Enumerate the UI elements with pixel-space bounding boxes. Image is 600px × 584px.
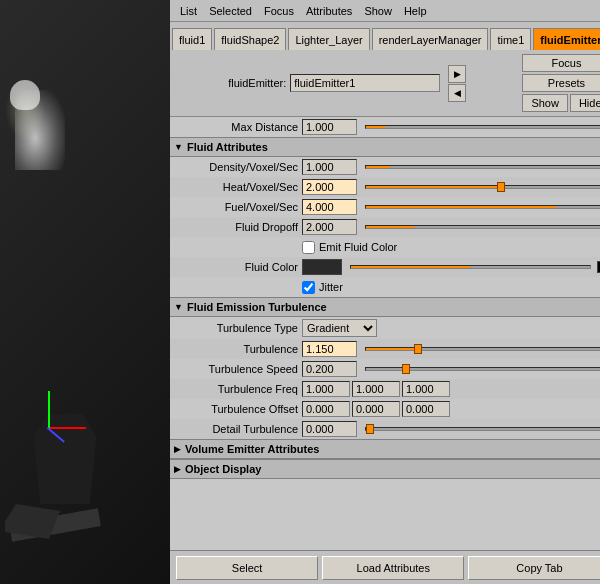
- turbulence-speed-input[interactable]: [302, 361, 357, 377]
- fluid-dropoff-input[interactable]: [302, 219, 357, 235]
- menu-focus[interactable]: Focus: [258, 3, 300, 19]
- tab-renderlayermanager[interactable]: renderLayerManager: [372, 28, 489, 50]
- fluid-color-label: Fluid Color: [178, 261, 298, 273]
- turbulence-offset-y[interactable]: [352, 401, 400, 417]
- node-icon-up[interactable]: ▶: [448, 65, 466, 83]
- tab-bar: fluid1 fluidShape2 Lighter_Layer renderL…: [170, 22, 600, 50]
- volume-emitter-title: Volume Emitter Attributes: [185, 443, 319, 455]
- turbulence-freq-x[interactable]: [302, 381, 350, 397]
- object-display-header[interactable]: ▶ Object Display: [170, 459, 600, 479]
- turbulence-offset-row: Turbulence Offset: [170, 399, 600, 419]
- copy-tab-button[interactable]: Copy Tab: [468, 556, 600, 580]
- turbulence-type-label: Turbulence Type: [178, 322, 298, 334]
- turbulence-speed-row: Turbulence Speed: [170, 359, 600, 379]
- turbulence-type-select[interactable]: Gradient None Perlin: [302, 319, 377, 337]
- menu-list[interactable]: List: [174, 3, 203, 19]
- menu-bar: List Selected Focus Attributes Show Help: [170, 0, 600, 22]
- node-header: fluidEmitter: ▶ ◀ Focus Presets Show Hid…: [170, 50, 600, 117]
- turbulence-title: Fluid Emission Turbulence: [187, 301, 327, 313]
- node-buttons: Focus Presets Show Hide: [522, 54, 600, 112]
- bottom-bar: Select Load Attributes Copy Tab: [170, 550, 600, 584]
- turbulence-offset-label: Turbulence Offset: [178, 403, 298, 415]
- volume-emitter-header[interactable]: ▶ Volume Emitter Attributes: [170, 439, 600, 459]
- object-display-arrow: ▶: [174, 464, 181, 474]
- focus-button[interactable]: Focus: [522, 54, 600, 72]
- object-display-title: Object Display: [185, 463, 261, 475]
- turbulence-input[interactable]: [302, 341, 357, 357]
- turbulence-row: Turbulence: [170, 339, 600, 359]
- tab-fluidemitter1[interactable]: fluidEmitter1: [533, 28, 600, 50]
- detail-turbulence-slider[interactable]: [365, 427, 600, 431]
- turbulence-freq-z[interactable]: [402, 381, 450, 397]
- turbulence-freq-inputs: [302, 381, 450, 397]
- jitter-checkbox[interactable]: [302, 281, 315, 294]
- fluid-attributes-arrow: ▼: [174, 142, 183, 152]
- emit-fluid-color-text: Emit Fluid Color: [319, 241, 397, 253]
- right-panel: List Selected Focus Attributes Show Help…: [170, 0, 600, 584]
- emit-fluid-color-checkbox[interactable]: [302, 241, 315, 254]
- menu-selected[interactable]: Selected: [203, 3, 258, 19]
- max-distance-slider[interactable]: [365, 125, 600, 129]
- turbulence-arrow: ▼: [174, 302, 183, 312]
- node-name-input[interactable]: [290, 74, 440, 92]
- tab-fluid1[interactable]: fluid1: [172, 28, 212, 50]
- detail-turbulence-input[interactable]: [302, 421, 357, 437]
- max-distance-row: Max Distance: [170, 117, 600, 137]
- tab-fluidshape2[interactable]: fluidShape2: [214, 28, 286, 50]
- select-button[interactable]: Select: [176, 556, 318, 580]
- turbulence-speed-slider[interactable]: [365, 367, 600, 371]
- fuel-slider[interactable]: [365, 205, 600, 209]
- menu-help[interactable]: Help: [398, 3, 433, 19]
- fluid-color-row: Fluid Color: [170, 257, 600, 277]
- turbulence-freq-label: Turbulence Freq: [178, 383, 298, 395]
- turbulence-offset-z[interactable]: [402, 401, 450, 417]
- fuel-input[interactable]: [302, 199, 357, 215]
- turbulence-label: Turbulence: [178, 343, 298, 355]
- max-distance-label: Max Distance: [178, 121, 298, 133]
- turbulence-slider[interactable]: [365, 347, 600, 351]
- menu-show[interactable]: Show: [358, 3, 398, 19]
- viewport-panel: [0, 0, 170, 584]
- heat-input[interactable]: [302, 179, 357, 195]
- fluid-dropoff-slider[interactable]: [365, 225, 600, 229]
- node-label: fluidEmitter:: [228, 77, 286, 89]
- volume-emitter-arrow: ▶: [174, 444, 181, 454]
- attribute-panel: fluidEmitter: ▶ ◀ Focus Presets Show Hid…: [170, 50, 600, 584]
- detail-turbulence-row: Detail Turbulence: [170, 419, 600, 439]
- turbulence-speed-label: Turbulence Speed: [178, 363, 298, 375]
- menu-attributes[interactable]: Attributes: [300, 3, 358, 19]
- fluid-color-slider[interactable]: [350, 265, 591, 269]
- fluid-emission-turbulence-header[interactable]: ▼ Fluid Emission Turbulence: [170, 297, 600, 317]
- attribute-content: Max Distance ▼ Fluid Attributes Density/…: [170, 117, 600, 550]
- density-label: Density/Voxel/Sec: [178, 161, 298, 173]
- presets-button[interactable]: Presets: [522, 74, 600, 92]
- tab-time1[interactable]: time1: [490, 28, 531, 50]
- density-row: Density/Voxel/Sec: [170, 157, 600, 177]
- load-attributes-button[interactable]: Load Attributes: [322, 556, 464, 580]
- fluid-attributes-header[interactable]: ▼ Fluid Attributes: [170, 137, 600, 157]
- density-input[interactable]: [302, 159, 357, 175]
- max-distance-input[interactable]: [302, 119, 357, 135]
- tab-lighter-layer[interactable]: Lighter_Layer: [288, 28, 369, 50]
- node-icon-down[interactable]: ◀: [448, 84, 466, 102]
- fuel-label: Fuel/Voxel/Sec: [178, 201, 298, 213]
- turbulence-offset-x[interactable]: [302, 401, 350, 417]
- fuel-row: Fuel/Voxel/Sec: [170, 197, 600, 217]
- density-slider[interactable]: [365, 165, 600, 169]
- jitter-label: Jitter: [319, 281, 343, 293]
- turbulence-freq-y[interactable]: [352, 381, 400, 397]
- turbulence-offset-inputs: [302, 401, 450, 417]
- fluid-color-small-swatch[interactable]: [597, 261, 600, 273]
- heat-slider[interactable]: [365, 185, 600, 189]
- emit-fluid-color-row: Emit Fluid Color: [170, 237, 600, 257]
- show-button[interactable]: Show: [522, 94, 568, 112]
- fluid-dropoff-label: Fluid Dropoff: [178, 221, 298, 233]
- turbulence-freq-row: Turbulence Freq: [170, 379, 600, 399]
- hide-button[interactable]: Hide: [570, 94, 600, 112]
- fluid-color-swatch[interactable]: [302, 259, 342, 275]
- turbulence-type-row: Turbulence Type Gradient None Perlin: [170, 317, 600, 339]
- heat-label: Heat/Voxel/Sec: [178, 181, 298, 193]
- fluid-dropoff-row: Fluid Dropoff: [170, 217, 600, 237]
- heat-row: Heat/Voxel/Sec: [170, 177, 600, 197]
- jitter-row: Jitter: [170, 277, 600, 297]
